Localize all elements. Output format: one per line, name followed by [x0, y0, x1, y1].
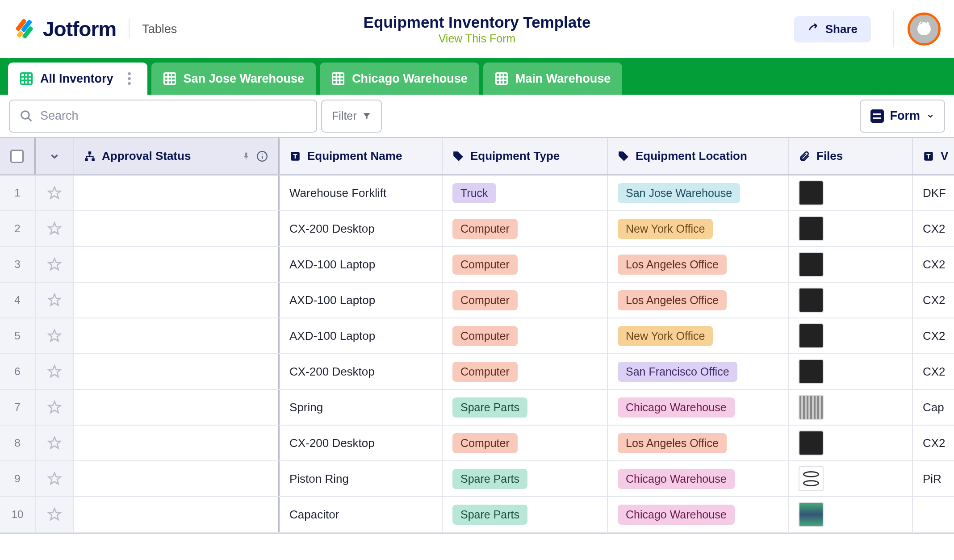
search-input[interactable]: [40, 109, 306, 123]
cell-name[interactable]: CX-200 Desktop: [280, 426, 443, 460]
cell-vendor[interactable]: CX2: [913, 211, 954, 246]
file-thumbnail[interactable]: [799, 180, 824, 205]
form-dropdown[interactable]: Form: [860, 100, 946, 133]
row-star[interactable]: [36, 390, 74, 425]
cell-name[interactable]: CX-200 Desktop: [280, 354, 443, 389]
cell-location[interactable]: Los Angeles Office: [608, 426, 789, 460]
cell-type[interactable]: Computer: [443, 426, 608, 460]
cell-name[interactable]: AXD-100 Laptop: [280, 247, 443, 282]
cell-approval[interactable]: [74, 318, 280, 353]
table-row[interactable]: 1Warehouse ForkliftTruckSan Jose Warehou…: [0, 176, 954, 211]
th-equipment-name[interactable]: T Equipment Name: [280, 138, 443, 174]
th-checkbox[interactable]: [0, 138, 36, 174]
cell-name[interactable]: Capacitor: [280, 497, 443, 532]
file-thumbnail[interactable]: [799, 359, 824, 384]
cell-vendor[interactable]: CX2: [913, 318, 954, 353]
cell-name[interactable]: Warehouse Forklift: [280, 176, 443, 210]
file-thumbnail[interactable]: [799, 466, 824, 491]
cell-name[interactable]: Spring: [280, 390, 443, 425]
row-star[interactable]: [36, 354, 74, 389]
cell-vendor[interactable]: [913, 497, 954, 532]
file-thumbnail[interactable]: [799, 288, 824, 313]
row-star[interactable]: [36, 176, 74, 210]
th-equipment-location[interactable]: Equipment Location: [608, 138, 789, 174]
table-row[interactable]: 10CapacitorSpare PartsChicago Warehouse: [0, 497, 954, 533]
tab-all-inventory[interactable]: All Inventory: [8, 63, 147, 95]
cell-name[interactable]: CX-200 Desktop: [280, 211, 443, 246]
th-files[interactable]: Files: [789, 138, 913, 174]
table-row[interactable]: 2CX-200 DesktopComputerNew York OfficeCX…: [0, 211, 954, 247]
cell-files[interactable]: [789, 354, 913, 389]
cell-approval[interactable]: [74, 247, 280, 282]
cell-type[interactable]: Spare Parts: [443, 461, 608, 496]
table-row[interactable]: 3AXD-100 LaptopComputerLos Angeles Offic…: [0, 247, 954, 283]
tab-chicago[interactable]: Chicago Warehouse: [320, 63, 479, 95]
breadcrumb[interactable]: Tables: [142, 22, 177, 36]
cell-approval[interactable]: [74, 283, 280, 318]
cell-approval[interactable]: [74, 426, 280, 460]
row-star[interactable]: [36, 497, 74, 532]
cell-location[interactable]: Chicago Warehouse: [608, 390, 789, 425]
search-box[interactable]: [9, 100, 317, 133]
row-star[interactable]: [36, 426, 74, 460]
cell-location[interactable]: Chicago Warehouse: [608, 497, 789, 532]
cell-approval[interactable]: [74, 354, 280, 389]
cell-approval[interactable]: [74, 211, 280, 246]
cell-vendor[interactable]: CX2: [913, 426, 954, 460]
filter-button[interactable]: Filter: [321, 100, 382, 133]
cell-location[interactable]: Los Angeles Office: [608, 247, 789, 282]
tab-more-icon[interactable]: [123, 72, 136, 85]
cell-files[interactable]: [789, 176, 913, 210]
th-equipment-type[interactable]: Equipment Type: [443, 138, 608, 174]
info-icon[interactable]: [256, 150, 268, 162]
cell-name[interactable]: AXD-100 Laptop: [280, 318, 443, 353]
row-star[interactable]: [36, 318, 74, 353]
cell-files[interactable]: [789, 283, 913, 318]
cell-vendor[interactable]: Cap: [913, 390, 954, 425]
cell-files[interactable]: [789, 318, 913, 353]
cell-location[interactable]: San Jose Warehouse: [608, 176, 789, 210]
cell-files[interactable]: [789, 247, 913, 282]
cell-vendor[interactable]: CX2: [913, 354, 954, 389]
table-row[interactable]: 7SpringSpare PartsChicago WarehouseCap: [0, 390, 954, 426]
logo[interactable]: Jotform: [13, 17, 116, 41]
table-row[interactable]: 4AXD-100 LaptopComputerLos Angeles Offic…: [0, 283, 954, 318]
table-row[interactable]: 6CX-200 DesktopComputerSan Francisco Off…: [0, 354, 954, 390]
cell-approval[interactable]: [74, 461, 280, 496]
row-star[interactable]: [36, 211, 74, 246]
row-star[interactable]: [36, 283, 74, 318]
share-button[interactable]: Share: [794, 16, 871, 42]
cell-type[interactable]: Computer: [443, 211, 608, 246]
cell-location[interactable]: New York Office: [608, 211, 789, 246]
cell-approval[interactable]: [74, 497, 280, 532]
cell-approval[interactable]: [74, 390, 280, 425]
table-row[interactable]: 5AXD-100 LaptopComputerNew York OfficeCX…: [0, 318, 954, 354]
file-thumbnail[interactable]: [799, 323, 824, 348]
cell-type[interactable]: Computer: [443, 247, 608, 282]
cell-files[interactable]: [789, 426, 913, 460]
th-approval[interactable]: Approval Status: [74, 138, 280, 174]
view-form-link[interactable]: View This Form: [364, 32, 591, 45]
cell-files[interactable]: [789, 211, 913, 246]
cell-location[interactable]: San Francisco Office: [608, 354, 789, 389]
table-row[interactable]: 8CX-200 DesktopComputerLos Angeles Offic…: [0, 426, 954, 461]
cell-location[interactable]: Los Angeles Office: [608, 283, 789, 318]
cell-approval[interactable]: [74, 176, 280, 210]
cell-files[interactable]: [789, 390, 913, 425]
avatar[interactable]: [908, 13, 941, 46]
table-row[interactable]: 9Piston RingSpare PartsChicago Warehouse…: [0, 461, 954, 497]
file-thumbnail[interactable]: [799, 252, 824, 277]
tab-san-jose[interactable]: San Jose Warehouse: [151, 63, 316, 95]
select-all-checkbox[interactable]: [10, 150, 24, 163]
cell-name[interactable]: AXD-100 Laptop: [280, 283, 443, 318]
cell-type[interactable]: Computer: [443, 318, 608, 353]
cell-vendor[interactable]: PiR: [913, 461, 954, 496]
row-star[interactable]: [36, 247, 74, 282]
file-thumbnail[interactable]: [799, 216, 824, 241]
cell-location[interactable]: New York Office: [608, 318, 789, 353]
cell-vendor[interactable]: DKF: [913, 176, 954, 210]
cell-type[interactable]: Spare Parts: [443, 390, 608, 425]
cell-type[interactable]: Computer: [443, 354, 608, 389]
cell-name[interactable]: Piston Ring: [280, 461, 443, 496]
cell-vendor[interactable]: CX2: [913, 283, 954, 318]
